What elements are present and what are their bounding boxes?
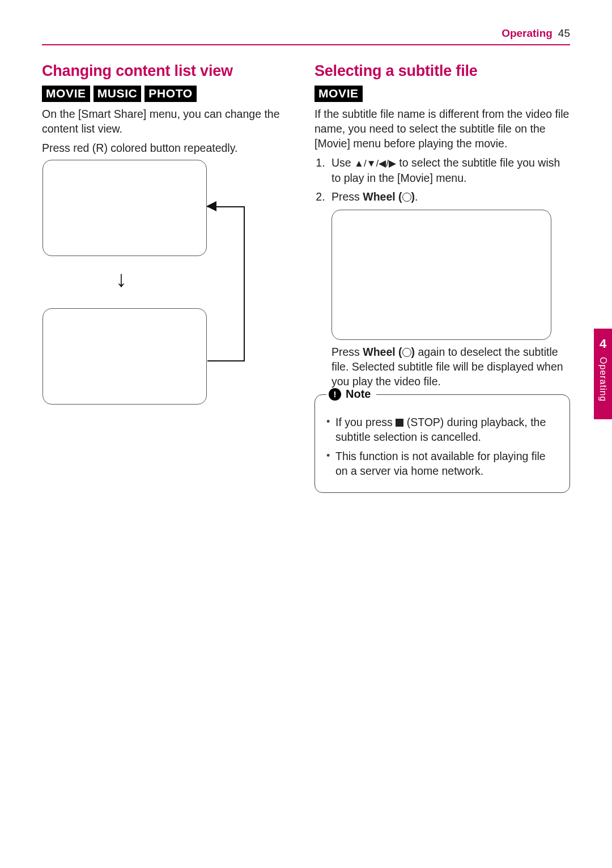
step2-wheel: Wheel ( <box>363 190 402 203</box>
left-title: Changing content list view <box>42 62 298 80</box>
note-list: If you press (STOP) during playback, the… <box>325 415 560 479</box>
tag-movie-r: MOVIE <box>314 86 363 102</box>
chapter-tab: 4 Operating <box>594 329 612 419</box>
deselect-note: Press Wheel () again to deselect the sub… <box>332 344 570 389</box>
view-cycle-diagram: ↓ <box>42 160 298 420</box>
header-page-number: 45 <box>558 27 570 40</box>
note-item-2: This function is not available for playi… <box>325 449 560 479</box>
screen-placeholder-3 <box>332 210 551 340</box>
wheel-icon <box>402 193 411 202</box>
left-intro: On the [Smart Share] menu, you can chang… <box>42 107 298 136</box>
note-label: Note <box>346 388 371 401</box>
tag-movie: MOVIE <box>42 86 90 102</box>
n1-prefix: If you press <box>335 416 396 428</box>
page-header: Operating 45 <box>42 27 570 45</box>
step2-end: . <box>415 190 418 203</box>
left-tags: MOVIE MUSIC PHOTO <box>42 86 298 102</box>
step-2: Press Wheel (). Press Wheel () again to … <box>328 189 570 389</box>
right-intro: If the subtitle file name is different f… <box>314 107 570 151</box>
wheel-icon-2 <box>402 348 411 357</box>
step2-prefix: Press <box>332 190 363 203</box>
steps-list: Use ▲/▼/◀/▶ to select the subtitle file … <box>314 155 570 389</box>
stop-icon <box>396 419 403 427</box>
loop-arrow-icon <box>209 206 245 359</box>
step1-prefix: Use <box>332 156 354 169</box>
after-wheel: Wheel ( <box>363 346 402 358</box>
after-prefix: Press <box>332 346 363 358</box>
right-tags: MOVIE <box>314 86 570 102</box>
note-icon: ! <box>329 388 341 401</box>
right-column: Selecting a subtitle file MOVIE If the s… <box>314 62 570 493</box>
tag-music: MUSIC <box>94 86 142 102</box>
manual-page: Operating 45 Changing content list view … <box>0 0 612 868</box>
left-instruction: Press red (R) colored button repeatedly. <box>42 141 298 155</box>
screen-placeholder-2 <box>42 308 207 405</box>
nav-arrows-icon: ▲/▼/◀/▶ <box>354 158 396 169</box>
down-arrow-icon: ↓ <box>116 267 127 290</box>
chapter-number: 4 <box>600 337 606 351</box>
tag-photo: PHOTO <box>144 86 196 102</box>
note-item-1: If you press (STOP) during playback, the… <box>325 415 560 445</box>
screen-placeholder-1 <box>42 160 207 256</box>
note-header: ! Note <box>326 388 376 401</box>
note-box: ! Note If you press (STOP) during playba… <box>314 394 570 493</box>
header-section: Operating <box>502 27 552 40</box>
chapter-label: Operating <box>598 357 608 402</box>
arrowhead-bottom <box>206 354 216 364</box>
arrowhead-top <box>206 201 216 211</box>
content-columns: Changing content list view MOVIE MUSIC P… <box>42 62 570 493</box>
left-column: Changing content list view MOVIE MUSIC P… <box>42 62 298 493</box>
step-1: Use ▲/▼/◀/▶ to select the subtitle file … <box>328 155 570 185</box>
right-title: Selecting a subtitle file <box>314 62 570 80</box>
